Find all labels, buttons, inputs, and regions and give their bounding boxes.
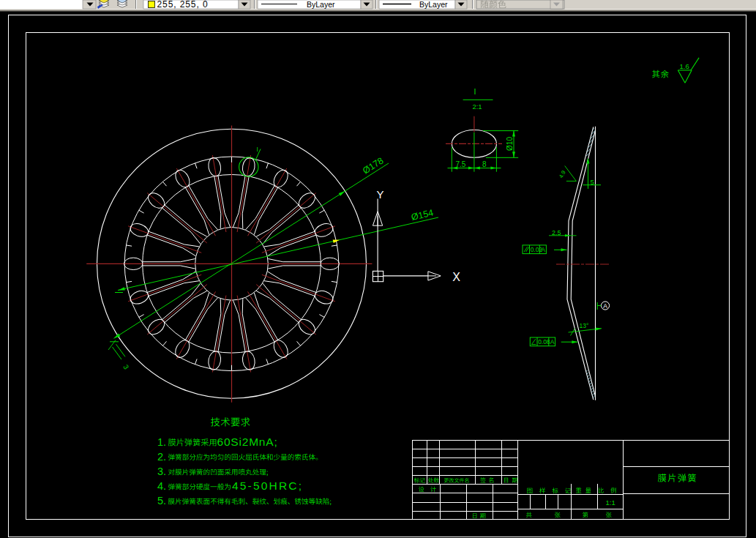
svg-text:1:1: 1:1 — [606, 498, 615, 507]
svg-text:I: I — [474, 87, 476, 96]
svg-text:5: 5 — [591, 178, 594, 186]
svg-text:0.08: 0.08 — [538, 338, 550, 345]
svg-text:ByLayer: ByLayer — [419, 0, 448, 9]
svg-text:A: A — [603, 302, 607, 310]
svg-text:Y: Y — [376, 188, 383, 201]
svg-text:1.6: 1.6 — [680, 62, 689, 70]
svg-text:X: X — [452, 271, 460, 283]
svg-text:3.: 3. — [157, 466, 166, 477]
svg-text:2:1: 2:1 — [472, 102, 482, 111]
svg-text:45-50HRC;: 45-50HRC; — [232, 479, 303, 492]
svg-text:I: I — [257, 146, 258, 153]
svg-text:2.5: 2.5 — [552, 229, 561, 236]
svg-text:1.: 1. — [157, 436, 166, 448]
svg-text:7.5: 7.5 — [456, 160, 466, 168]
svg-text:2.: 2. — [157, 451, 166, 463]
svg-text:60Si2MnA;: 60Si2MnA; — [217, 436, 278, 448]
svg-text:255, 255, 0: 255, 255, 0 — [157, 0, 209, 10]
svg-text:13°: 13° — [580, 322, 589, 329]
svg-text:5.: 5. — [157, 495, 166, 507]
svg-text:8: 8 — [482, 160, 487, 168]
svg-text:Ø10: Ø10 — [506, 137, 514, 151]
svg-text:A: A — [541, 246, 545, 253]
svg-text:4.: 4. — [157, 480, 166, 492]
svg-text:A: A — [550, 338, 555, 345]
svg-text:ByLayer: ByLayer — [307, 0, 335, 9]
